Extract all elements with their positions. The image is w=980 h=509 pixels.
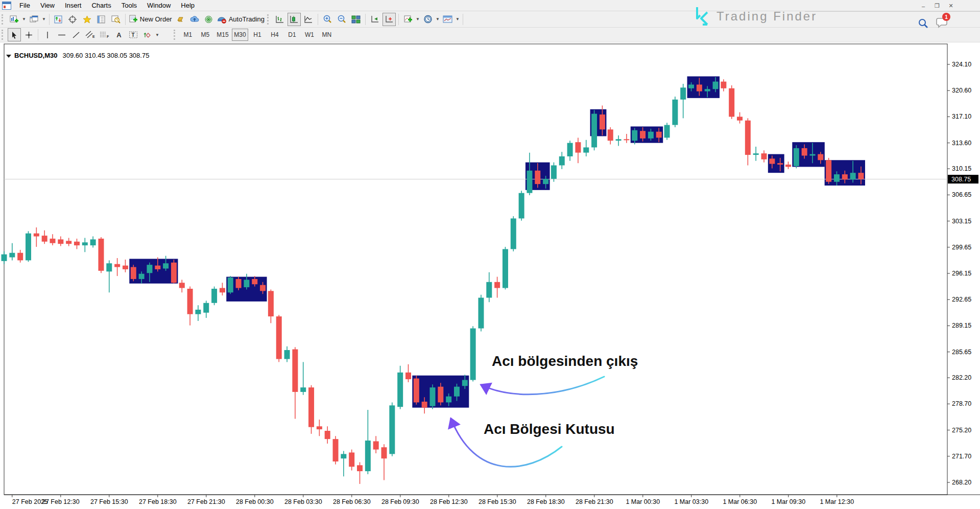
candle-body — [575, 142, 581, 152]
horizontal-line-tool-button[interactable] — [55, 28, 68, 41]
profiles-button[interactable] — [28, 13, 41, 26]
chart-header: BCHUSD,M30309.60 310.45 308.05 308.75 — [6, 52, 149, 59]
timeframe-w1[interactable]: W1 — [301, 29, 318, 41]
menu-window[interactable]: Window — [142, 1, 176, 10]
signals-button[interactable] — [202, 13, 216, 26]
timeframe-mn[interactable]: MN — [319, 29, 335, 41]
search-icon[interactable] — [918, 18, 929, 29]
crosshair-tool-button[interactable] — [22, 28, 35, 41]
candle-body — [462, 380, 468, 386]
new-order-label: New Order — [140, 15, 172, 23]
periods-dropdown-icon[interactable]: ▼ — [436, 17, 440, 21]
timeframe-m30[interactable]: M30 — [232, 29, 248, 41]
timeframe-m5[interactable]: M5 — [197, 29, 213, 41]
candle-body — [826, 160, 831, 181]
chat-widget[interactable]: 1 — [936, 16, 948, 31]
toolbar-grip[interactable] — [2, 14, 6, 25]
templates-dropdown-icon[interactable]: ▼ — [456, 17, 460, 21]
restore-button[interactable]: ❐ — [933, 2, 942, 10]
cursor-tool-button[interactable] — [8, 28, 21, 41]
deposit-button[interactable] — [174, 13, 187, 26]
strategy-tester-button[interactable] — [109, 13, 123, 26]
timeframe-h4[interactable]: H4 — [267, 29, 283, 41]
menu-charts[interactable]: Charts — [86, 1, 116, 10]
candle-body — [656, 132, 662, 138]
tile-windows-button[interactable] — [349, 13, 363, 26]
indicators-dropdown-icon[interactable]: ▼ — [416, 17, 420, 21]
profiles-dropdown-icon[interactable]: ▼ — [42, 17, 46, 21]
new-order-button[interactable]: New Order — [128, 13, 173, 26]
candle-body — [503, 249, 508, 288]
chart-shift-button[interactable] — [383, 13, 396, 26]
vertical-line-tool-button[interactable] — [41, 28, 54, 41]
candlestick-chart-button[interactable] — [288, 13, 301, 26]
candle-body — [9, 253, 15, 258]
fibonacci-tool-button[interactable]: F — [98, 28, 111, 41]
new-chart-dropdown-icon[interactable]: ▼ — [22, 17, 26, 21]
indicators-button[interactable] — [401, 13, 415, 26]
autotrading-button[interactable]: AutoTrading — [217, 13, 265, 26]
zoom-out-button[interactable] — [335, 13, 348, 26]
bar-chart-button[interactable] — [273, 13, 286, 26]
arrows-dropdown-icon[interactable]: ▼ — [155, 33, 159, 37]
equidistant-channel-tool-button[interactable]: E — [84, 28, 97, 41]
text-tool-button[interactable]: A — [112, 28, 126, 41]
candle-body — [478, 298, 484, 329]
price-axis[interactable]: 324.10320.60317.10313.60310.15306.65303.… — [947, 61, 978, 486]
text-label-tool-button[interactable]: T — [127, 28, 140, 41]
toolbar-grip[interactable] — [267, 14, 271, 25]
candle-body — [17, 253, 23, 261]
candle-body — [42, 236, 47, 242]
candle-body — [438, 387, 443, 403]
candle-body — [543, 179, 548, 184]
candle-body — [429, 387, 435, 406]
toolbar-grip[interactable] — [2, 30, 6, 40]
menu-tools[interactable]: Tools — [116, 1, 142, 10]
channel-suffix-glyph: E — [92, 35, 95, 38]
candle-body — [446, 397, 451, 403]
new-chart-button[interactable] — [8, 13, 21, 26]
candle-body — [244, 280, 249, 287]
candle-body — [171, 263, 177, 283]
menu-help[interactable]: Help — [176, 1, 200, 10]
templates-button[interactable] — [441, 13, 455, 26]
candle-body — [721, 82, 726, 88]
timeframe-m1[interactable]: M1 — [180, 29, 196, 41]
time-tick-label: 28 Feb 15:30 — [479, 498, 516, 505]
periods-button[interactable] — [421, 13, 435, 26]
time-axis[interactable]: 27 Feb 202527 Feb 12:3027 Feb 15:3027 Fe… — [4, 495, 980, 505]
favorites-button[interactable] — [81, 13, 94, 26]
candle-body — [640, 131, 646, 138]
zoom-in-button[interactable] — [321, 13, 334, 26]
trendline-tool-button[interactable] — [69, 28, 83, 41]
candle-body — [777, 163, 783, 165]
close-button[interactable]: ✕ — [946, 2, 955, 10]
timeframe-m15[interactable]: M15 — [214, 29, 231, 41]
pain-zone-box — [129, 259, 178, 283]
cloud-button[interactable] — [188, 13, 201, 26]
arrows-tool-button[interactable] — [141, 28, 154, 41]
data-window-button[interactable] — [95, 13, 108, 26]
candle-body — [494, 282, 500, 288]
candle-body — [187, 289, 193, 314]
toolbar-grip[interactable] — [174, 30, 178, 40]
minimize-button[interactable]: – — [919, 2, 928, 10]
candle-body — [50, 239, 55, 243]
chart-symbol: BCHUSD,M30 — [14, 52, 58, 59]
menu-insert[interactable]: Insert — [60, 1, 87, 10]
market-watch-button[interactable] — [52, 13, 65, 26]
price-tick-label: 275.20 — [952, 427, 971, 434]
candle-body — [688, 85, 694, 88]
menu-file[interactable]: File — [14, 1, 35, 10]
candle-body — [737, 117, 743, 120]
price-chart[interactable]: 324.10320.60317.10313.60310.15306.65303.… — [0, 42, 980, 509]
line-chart-button[interactable] — [302, 13, 315, 26]
timeframe-h1[interactable]: H1 — [249, 29, 266, 41]
auto-scroll-button[interactable] — [368, 13, 381, 26]
svg-text:T: T — [132, 32, 135, 38]
price-tick-label: 268.20 — [952, 479, 971, 486]
timeframe-d1[interactable]: D1 — [284, 29, 300, 41]
menu-view[interactable]: View — [35, 1, 60, 10]
candle-body — [729, 88, 734, 117]
navigator-button[interactable] — [66, 13, 80, 26]
